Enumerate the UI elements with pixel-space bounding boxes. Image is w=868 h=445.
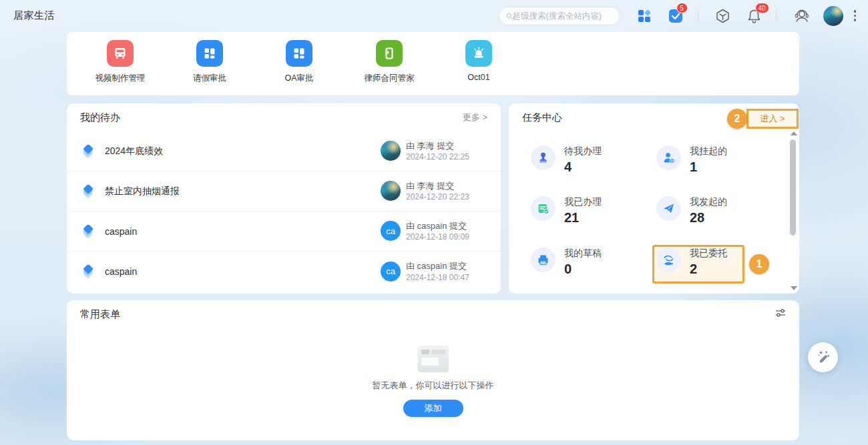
todo-item[interactable]: 2024年底绩效 由 李海 提交 2024-12-20 22:25 — [67, 131, 501, 171]
divider — [698, 9, 698, 23]
todo-time: 2024-12-18 00:47 — [406, 272, 469, 283]
avatar: ca — [381, 262, 401, 282]
todo-more-link[interactable]: 更多 > — [463, 111, 487, 123]
app-label: Oct01 — [434, 73, 523, 82]
task-center-enter-button[interactable]: 进入 > — [746, 109, 799, 129]
stat-label: 待我办理 — [564, 145, 602, 157]
todo-item[interactable]: caspain ca 由 caspain 提交 2024-12-18 00:47 — [67, 252, 501, 292]
stat-value: 0 — [564, 262, 602, 277]
app-label: OA审批 — [254, 73, 344, 84]
avatar — [381, 181, 401, 201]
stat-label: 我挂起的 — [690, 145, 727, 157]
tasks-icon[interactable]: 5 — [668, 9, 683, 23]
stat-delegated[interactable]: 我已委托 2 — [656, 248, 727, 277]
sliders-settings-icon[interactable] — [775, 308, 786, 321]
annotation-step-2: 2 — [727, 109, 747, 129]
page-title: 居家生活 — [13, 9, 55, 22]
todo-title: 禁止室内抽烟通报 — [105, 185, 180, 197]
app-label: 律师合同管家 — [345, 73, 434, 84]
app-label: 视频制作管理 — [75, 73, 165, 84]
avatar — [823, 6, 843, 26]
stat-drafts[interactable]: 我的草稿 0 — [531, 248, 602, 277]
bus-icon — [107, 40, 134, 67]
layers-icon — [81, 185, 96, 198]
notifications-badge: 40 — [755, 3, 769, 13]
stat-value: 2 — [690, 262, 727, 277]
stat-suspended[interactable]: 我挂起的 1 — [656, 145, 727, 175]
grid-icon — [196, 40, 223, 67]
quick-apps-card: 视频制作管理 请假审批 OA审批 — [67, 32, 799, 95]
stat-initiated[interactable]: 我发起的 28 — [656, 196, 727, 226]
printer-icon — [531, 248, 556, 272]
app-lawyer-contract[interactable]: 律师合同管家 — [345, 40, 434, 84]
stamp-icon — [531, 145, 556, 170]
common-forms-panel: 常用表单 暂无表单，你可以进行以下操作 添加 — [67, 300, 799, 440]
stat-label: 我已办理 — [564, 196, 602, 208]
door-icon — [376, 40, 403, 67]
task-center-scrollbar[interactable] — [789, 130, 797, 292]
user-avatar[interactable] — [823, 6, 843, 26]
stat-label: 我发起的 — [690, 196, 727, 208]
forms-panel-title: 常用表单 — [80, 308, 120, 321]
top-bar: 居家生活 5 — [0, 0, 868, 31]
todo-title: 2024年底绩效 — [105, 145, 163, 157]
search-input[interactable] — [513, 11, 613, 21]
layers-icon — [81, 225, 96, 238]
app-oct01[interactable]: Oct01 — [434, 40, 523, 82]
grid-icon — [286, 40, 312, 67]
layers-icon — [81, 145, 96, 158]
global-search[interactable] — [499, 7, 620, 25]
avatar — [381, 141, 401, 161]
stat-label: 我的草稿 — [564, 248, 602, 260]
notifications-bell-icon[interactable]: 40 — [747, 9, 761, 23]
empty-state-text: 暂无表单，你可以进行以下操作 — [67, 380, 799, 392]
todo-item[interactable]: 禁止室内抽烟通报 由 李海 提交 2024-12-20 22:23 — [67, 171, 501, 211]
support-headset-icon[interactable] — [794, 8, 810, 24]
todo-time: 2024-12-20 22:23 — [406, 191, 469, 202]
annotation-step-1: 1 — [749, 254, 769, 274]
stat-handled[interactable]: 我已办理 21 — [531, 196, 602, 226]
layers-icon — [81, 265, 96, 278]
stat-label: 我已委托 — [690, 248, 727, 260]
todo-submitter: 由 caspain 提交 — [406, 260, 469, 272]
stat-value: 1 — [690, 159, 727, 175]
stat-pending[interactable]: 待我办理 4 — [531, 145, 602, 175]
app-leave-approval[interactable]: 请假审批 — [165, 40, 254, 84]
todo-submitter: 由 caspain 提交 — [406, 220, 469, 232]
siren-icon — [465, 40, 492, 67]
stat-value: 21 — [564, 210, 602, 226]
stat-value: 4 — [564, 159, 602, 175]
todo-time: 2024-12-18 09:09 — [406, 232, 469, 242]
app-video-production[interactable]: 视频制作管理 — [75, 40, 165, 84]
tasks-badge: 5 — [676, 3, 688, 13]
app-label: 请假审批 — [165, 73, 254, 84]
add-form-button[interactable]: 添加 — [403, 400, 463, 417]
apps-grid-icon[interactable] — [638, 9, 651, 23]
paper-plane-icon — [656, 196, 681, 221]
avatar: ca — [381, 221, 401, 241]
app-oa-approval[interactable]: OA审批 — [254, 40, 344, 84]
todo-time: 2024-12-20 22:25 — [406, 151, 469, 162]
card-check-icon — [531, 196, 556, 221]
workbench-icon[interactable] — [716, 9, 730, 23]
scroll-up-arrow[interactable] — [791, 131, 797, 135]
divider — [776, 9, 777, 23]
todo-title: caspain — [105, 266, 137, 277]
task-center-title: 任务中心 — [522, 111, 562, 124]
todo-title: caspain — [105, 226, 137, 237]
scroll-down-arrow[interactable] — [791, 286, 797, 290]
magic-wand-icon — [815, 350, 831, 366]
todo-submitter: 由 李海 提交 — [406, 140, 469, 152]
search-icon — [506, 11, 513, 21]
forms-empty-state: 暂无表单，你可以进行以下操作 添加 — [67, 346, 799, 417]
magic-wand-fab[interactable] — [808, 342, 838, 372]
more-menu-icon[interactable] — [854, 10, 857, 21]
person-pause-icon — [656, 145, 681, 170]
todo-panel-title: 我的待办 — [80, 111, 120, 124]
my-todo-panel: 我的待办 更多 > 2024年底绩效 由 李海 提交 2024-12-20 22… — [67, 103, 501, 294]
hand-delegate-icon — [656, 248, 681, 272]
scrollbar-thumb[interactable] — [790, 139, 796, 236]
stat-value: 28 — [690, 210, 727, 226]
todo-item[interactable]: caspain ca 由 caspain 提交 2024-12-18 09:09 — [67, 211, 501, 252]
todo-submitter: 由 李海 提交 — [406, 180, 469, 192]
